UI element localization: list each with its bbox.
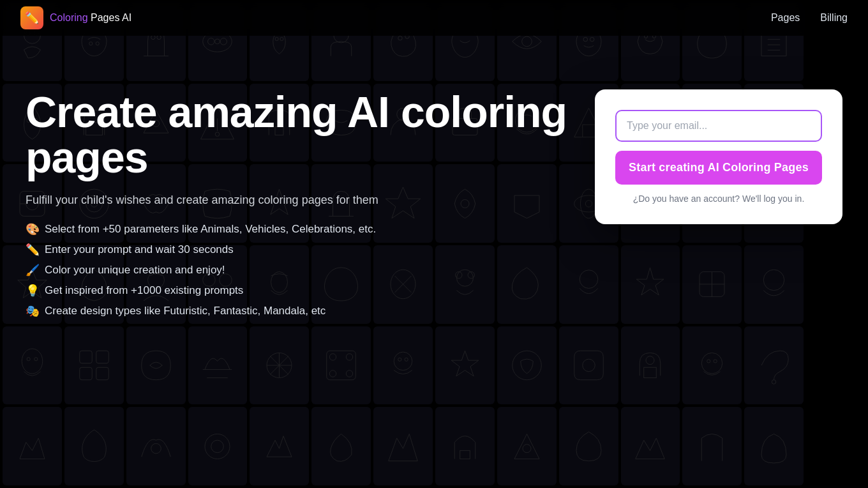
logo-icon: ✏️ <box>20 6 43 29</box>
feature-text-1: Select from +50 parameters like Animals,… <box>45 223 376 236</box>
feature-item: 🎨 Select from +50 parameters like Animal… <box>26 222 569 236</box>
nav-links: Pages Billing <box>771 12 848 24</box>
main-content: Create amazing AI coloring pages Fulfill… <box>0 0 868 488</box>
feature-text-5: Create design types like Futuristic, Fan… <box>45 305 326 317</box>
feature-item: 🖌️ Color your unique creation and enjoy! <box>26 263 569 277</box>
login-text: ¿Do you have an account? We'll log you i… <box>615 194 822 204</box>
navbar: ✏️ Coloring Pages AI Pages Billing <box>0 0 868 36</box>
hero-section: Create amazing AI coloring pages Fulfill… <box>26 51 569 318</box>
feature-text-2: Enter your prompt and wait 30 seconds <box>45 243 234 256</box>
logo[interactable]: ✏️ Coloring Pages AI <box>20 6 131 29</box>
feature-item: 🎭 Create design types like Futuristic, F… <box>26 304 569 318</box>
feature-emoji-1: 🎨 <box>26 222 40 236</box>
nav-pages-link[interactable]: Pages <box>771 12 800 24</box>
feature-list: 🎨 Select from +50 parameters like Animal… <box>26 222 569 318</box>
feature-emoji-5: 🎭 <box>26 304 40 318</box>
cta-button[interactable]: Start creating AI Coloring Pages <box>615 151 822 185</box>
feature-emoji-2: ✏️ <box>26 243 40 257</box>
feature-text-3: Color your unique creation and enjoy! <box>45 264 225 277</box>
feature-text-4: Get inspired from +1000 existing prompts <box>45 284 243 297</box>
feature-emoji-4: 💡 <box>26 284 40 298</box>
nav-billing-link[interactable]: Billing <box>820 12 848 24</box>
email-input[interactable] <box>615 110 822 142</box>
hero-title: Create amazing AI coloring pages <box>26 89 569 181</box>
feature-item: ✏️ Enter your prompt and wait 30 seconds <box>26 243 569 257</box>
feature-emoji-3: 🖌️ <box>26 263 40 277</box>
logo-text: Coloring Pages AI <box>50 12 131 24</box>
signup-form-card: Start creating AI Coloring Pages ¿Do you… <box>595 89 842 224</box>
hero-subtitle: Fulfill your child's wishes and create a… <box>26 194 569 207</box>
feature-item: 💡 Get inspired from +1000 existing promp… <box>26 284 569 298</box>
